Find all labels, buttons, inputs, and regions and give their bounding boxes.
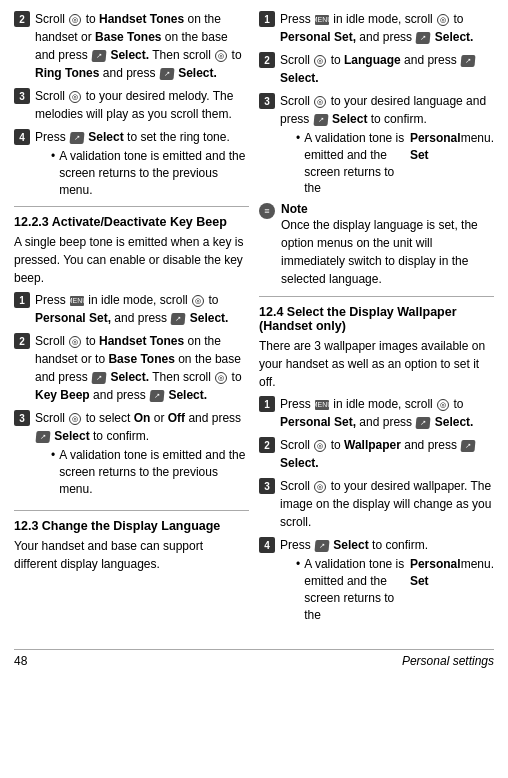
note-text: Once the display language is set, the op…: [281, 218, 478, 286]
scroll-icon: ◎: [437, 399, 449, 411]
step-number: 2: [259, 52, 275, 68]
select-icon: ↗: [461, 55, 476, 67]
section-wallpaper: 12.4 Select the Display Wallpaper (Hands…: [259, 305, 494, 623]
footer-label: Personal settings: [402, 654, 494, 668]
select-icon: ↗: [416, 417, 431, 429]
section-body: There are 3 wallpaper images available o…: [259, 337, 494, 391]
step-number: 2: [259, 437, 275, 453]
select-icon: ↗: [314, 540, 329, 552]
scroll-icon: ◎: [69, 91, 81, 103]
step-number: 2: [14, 333, 30, 349]
divider: [259, 296, 494, 297]
section-heading: 12.4 Select the Display Wallpaper (Hands…: [259, 305, 494, 333]
scroll-icon: ◎: [192, 295, 204, 307]
divider: [14, 510, 249, 511]
step-text: Scroll ◎ to your desired wallpaper. The …: [280, 477, 494, 531]
select-icon: ↗: [313, 114, 328, 126]
scroll-icon-2: ◎: [215, 372, 227, 384]
select-icon: ↗: [92, 50, 107, 62]
select-icon: ↗: [35, 431, 50, 443]
select-icon: ↗: [416, 32, 431, 44]
step-text: Press ↗ Select to confirm. A validation …: [280, 536, 494, 623]
right-column: 1 Press MENU in idle mode, scroll ◎ to P…: [259, 10, 494, 635]
step-number: 3: [14, 410, 30, 426]
key-beep-steps: 1 Press MENU in idle mode, scroll ◎ to P…: [14, 291, 249, 497]
step-number: 4: [14, 129, 30, 145]
menu-icon: MENU: [315, 400, 329, 410]
bullet-text: A validation tone is emitted and the scr…: [296, 130, 494, 197]
bullet-text: A validation tone is emitted and the scr…: [296, 556, 494, 623]
select-icon-2: ↗: [150, 390, 165, 402]
select-icon: ↗: [92, 372, 107, 384]
step-item: 1 Press MENU in idle mode, scroll ◎ to P…: [259, 395, 494, 431]
ring-tone-steps-continued: 2 Scroll ◎ to Handset Tones on the hands…: [14, 10, 249, 198]
select-icon-2: ↗: [159, 68, 174, 80]
step-text: Scroll ◎ to Handset Tones on the handset…: [35, 10, 249, 82]
select-icon: ↗: [171, 313, 186, 325]
scroll-icon: ◎: [437, 14, 449, 26]
step-item: 2 Scroll ◎ to Handset Tones on the hands…: [14, 332, 249, 404]
step-text: Scroll ◎ to your desired melody. The mel…: [35, 87, 249, 123]
footer: 48 Personal settings: [14, 649, 494, 668]
step-number: 1: [259, 396, 275, 412]
scroll-icon: ◎: [314, 481, 326, 493]
step-text: Press MENU in idle mode, scroll ◎ to Per…: [280, 395, 494, 431]
menu-icon: MENU: [70, 296, 84, 306]
step-number: 1: [259, 11, 275, 27]
step-item: 3 Scroll ◎ to your desired language and …: [259, 92, 494, 197]
section-key-beep: 12.2.3 Activate/Deactivate Key Beep A si…: [14, 215, 249, 497]
step-item: 2 Scroll ◎ to Handset Tones on the hands…: [14, 10, 249, 82]
section-heading: 12.3 Change the Display Language: [14, 519, 249, 533]
step-text: Scroll ◎ to Language and press ↗ Select.: [280, 51, 494, 87]
scroll-icon: ◎: [314, 440, 326, 452]
step-item: 1 Press MENU in idle mode, scroll ◎ to P…: [14, 291, 249, 327]
section-body: Your handset and base can support differ…: [14, 537, 249, 573]
note-label: Note: [281, 202, 308, 216]
step-text: Scroll ◎ to Handset Tones on the handset…: [35, 332, 249, 404]
step-text: Scroll ◎ to Wallpaper and press ↗ Select…: [280, 436, 494, 472]
scroll-icon: ◎: [69, 413, 81, 425]
scroll-icon: ◎: [314, 55, 326, 67]
step-text: Press MENU in idle mode, scroll ◎ to Per…: [35, 291, 249, 327]
step-number: 3: [259, 93, 275, 109]
page-number: 48: [14, 654, 27, 668]
step-text: Scroll ◎ to your desired language and pr…: [280, 92, 494, 197]
scroll-icon-2: ◎: [215, 50, 227, 62]
divider: [14, 206, 249, 207]
scroll-icon: ◎: [314, 96, 326, 108]
step-number: 3: [14, 88, 30, 104]
step-item: 3 Scroll ◎ to your desired wallpaper. Th…: [259, 477, 494, 531]
section-heading: 12.2.3 Activate/Deactivate Key Beep: [14, 215, 249, 229]
step-item: 4 Press ↗ Select to confirm. A validatio…: [259, 536, 494, 623]
step-number: 2: [14, 11, 30, 27]
step-item: 3 Scroll ◎ to your desired melody. The m…: [14, 87, 249, 123]
step-item: 2 Scroll ◎ to Language and press ↗ Selec…: [259, 51, 494, 87]
step-number: 3: [259, 478, 275, 494]
wallpaper-steps: 1 Press MENU in idle mode, scroll ◎ to P…: [259, 395, 494, 623]
language-steps: 1 Press MENU in idle mode, scroll ◎ to P…: [259, 10, 494, 197]
step-number: 1: [14, 292, 30, 308]
step-number: 4: [259, 537, 275, 553]
step-item: 2 Scroll ◎ to Wallpaper and press ↗ Sele…: [259, 436, 494, 472]
step-text: Press MENU in idle mode, scroll ◎ to Per…: [280, 10, 494, 46]
scroll-icon: ◎: [69, 14, 81, 26]
step-item: 1 Press MENU in idle mode, scroll ◎ to P…: [259, 10, 494, 46]
step-text: Press ↗ Select to set the ring tone. A v…: [35, 128, 249, 198]
bullet-text: A validation tone is emitted and the scr…: [51, 447, 249, 497]
note-icon: ≡: [259, 203, 275, 219]
step-text: Scroll ◎ to select On or Off and press ↗…: [35, 409, 249, 497]
note-block: ≡ Note Once the display language is set,…: [259, 202, 494, 288]
step-item: 3 Scroll ◎ to select On or Off and press…: [14, 409, 249, 497]
bullet-text: A validation tone is emitted and the scr…: [51, 148, 249, 198]
section-body: A single beep tone is emitted when a key…: [14, 233, 249, 287]
select-icon: ↗: [461, 440, 476, 452]
step-item: 4 Press ↗ Select to set the ring tone. A…: [14, 128, 249, 198]
section-display-language: 12.3 Change the Display Language Your ha…: [14, 519, 249, 573]
scroll-icon: ◎: [69, 336, 81, 348]
select-icon: ↗: [69, 132, 84, 144]
left-column: 2 Scroll ◎ to Handset Tones on the hands…: [14, 10, 249, 635]
menu-icon: MENU: [315, 15, 329, 25]
